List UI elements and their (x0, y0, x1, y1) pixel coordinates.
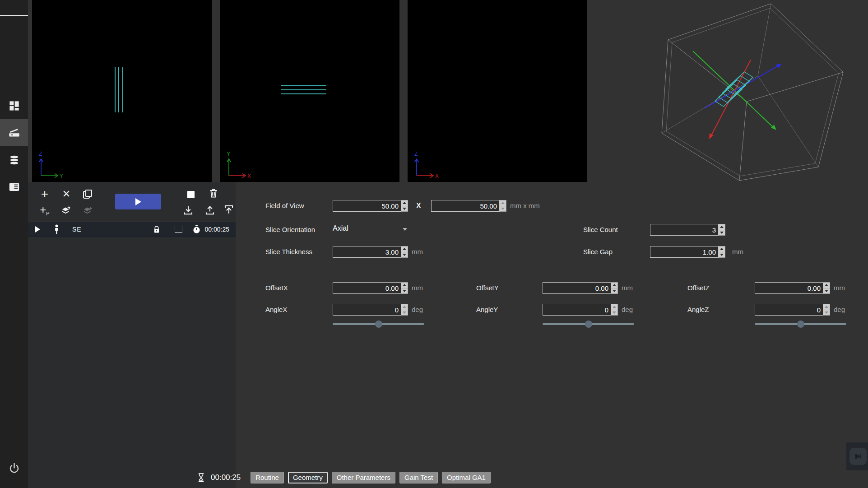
offset-y-input[interactable] (543, 282, 611, 294)
parameter-tabs: Routine Geometry Other Parameters Gain T… (251, 472, 491, 483)
angle-z-input[interactable] (755, 304, 823, 316)
angle-y-unit: deg (622, 304, 633, 316)
tab-other-parameters[interactable]: Other Parameters (332, 472, 395, 483)
slice-count-input[interactable] (650, 224, 719, 236)
angle-y-spinner[interactable] (611, 304, 618, 316)
slice-line (281, 85, 326, 86)
angle-z-slider[interactable] (755, 320, 846, 328)
upload-button[interactable] (203, 204, 217, 217)
viewport-sagittal[interactable]: Y X (220, 0, 399, 182)
layers-import-button[interactable] (81, 204, 95, 217)
slice-count-label: Slice Count (583, 224, 618, 236)
angle-x-slider[interactable] (333, 320, 424, 328)
layers-export-button[interactable] (60, 204, 73, 217)
angle-y-field (543, 304, 618, 316)
slice-gap-label: Slice Gap (583, 246, 613, 258)
power-button[interactable] (0, 455, 28, 482)
stop-icon (187, 191, 195, 198)
slice-count-spinner[interactable] (719, 224, 725, 236)
slice-thickness-spinner[interactable] (401, 246, 408, 258)
upload-all-button[interactable] (222, 203, 236, 216)
sequence-toolbar: + ✕ +P (28, 182, 236, 222)
offset-y-unit: mm (622, 282, 633, 294)
slice-gap-unit: mm (732, 246, 743, 258)
slice-gap-spinner[interactable] (719, 246, 725, 258)
sequence-row[interactable]: SE 00:00:25 (28, 222, 236, 237)
angle-x-input[interactable] (333, 304, 401, 316)
fov-x-input[interactable] (333, 200, 401, 212)
offset-z-unit: mm (834, 282, 845, 294)
add-point-button[interactable]: +P (38, 204, 51, 217)
database-icon (8, 154, 20, 166)
tab-gain-test[interactable]: Gain Test (399, 472, 438, 483)
view-3d[interactable] (595, 0, 868, 182)
menu-icon[interactable] (0, 6, 28, 24)
slice-orientation-dropdown[interactable]: Axial (333, 223, 408, 235)
run-sequence-button[interactable] (115, 194, 161, 209)
tab-routine[interactable]: Routine (251, 472, 284, 483)
offset-z-input[interactable] (755, 282, 823, 294)
angle-x-unit: deg (412, 304, 423, 316)
viewport-coronal[interactable]: Z Y (32, 0, 212, 182)
viewport-row: Z Y Y X (28, 0, 868, 182)
field-of-view-label: Field of View (265, 200, 304, 212)
chevron-down-icon (403, 228, 407, 231)
capture-widget-button[interactable] (849, 448, 867, 465)
fov-y-input[interactable] (431, 200, 500, 212)
offset-z-spinner[interactable] (823, 282, 830, 294)
angle-z-unit: deg (834, 304, 845, 316)
sequence-play-icon[interactable] (35, 226, 40, 232)
angle-x-spinner[interactable] (401, 304, 408, 316)
geometry-parameters: Field of View X mm x mm Slice Orientatio… (236, 182, 868, 488)
angle-y-slider[interactable] (543, 320, 634, 328)
offset-x-input[interactable] (333, 282, 401, 294)
sidebar-item-scanner[interactable] (0, 119, 28, 146)
slice-gap-input[interactable] (650, 246, 719, 258)
slice-thickness-input[interactable] (333, 246, 401, 258)
add-button[interactable]: + (38, 187, 51, 201)
offset-x-unit: mm (412, 282, 423, 294)
sidebar-item-dashboard[interactable] (0, 92, 28, 119)
3d-scene (595, 0, 868, 182)
sidebar-item-database[interactable] (0, 146, 28, 173)
angle-z-spinner[interactable] (823, 304, 830, 316)
sequence-duration: 00:00:25 (205, 226, 230, 233)
lock-icon[interactable] (153, 225, 160, 234)
fov-y-field (431, 200, 506, 212)
offset-x-spinner[interactable] (401, 282, 408, 294)
sequence-name: SE (72, 226, 82, 233)
records-icon (8, 181, 20, 193)
selection-checkbox[interactable] (175, 226, 182, 233)
slider-thumb[interactable] (375, 321, 382, 328)
media-icon (854, 452, 863, 461)
slider-thumb[interactable] (797, 321, 804, 328)
offset-x-label: OffsetX (265, 282, 288, 294)
slice-thickness-unit: mm (412, 246, 423, 258)
slice-count-field (650, 224, 725, 236)
capture-widget[interactable] (846, 442, 868, 470)
main-area: Z Y Y X (28, 0, 868, 488)
slider-thumb[interactable] (585, 321, 592, 328)
layers-import-icon (83, 205, 93, 216)
viewport-axial[interactable]: Z X (408, 0, 587, 182)
angle-x-field (333, 304, 408, 316)
remove-button[interactable]: ✕ (60, 187, 73, 201)
sidebar (0, 0, 28, 488)
angle-y-input[interactable] (543, 304, 611, 316)
tab-geometry[interactable]: Geometry (288, 472, 328, 483)
fov-y-spinner[interactable] (500, 200, 506, 212)
fov-x-spinner[interactable] (401, 200, 408, 212)
copy-button[interactable] (81, 187, 94, 201)
offset-y-label: OffsetY (476, 282, 499, 294)
download-button[interactable] (181, 204, 195, 217)
angle-x-label: AngleX (265, 304, 287, 316)
offset-y-spinner[interactable] (611, 282, 618, 294)
slice-orientation-label: Slice Orientation (265, 224, 315, 236)
sidebar-item-records[interactable] (0, 173, 28, 200)
scanner-icon (8, 127, 20, 139)
stop-button[interactable] (184, 188, 198, 201)
tab-optimal-ga1[interactable]: Optimal GA1 (442, 472, 491, 483)
delete-button[interactable] (207, 186, 220, 200)
layers-export-icon (61, 205, 72, 216)
fov-unit: mm x mm (510, 200, 540, 212)
